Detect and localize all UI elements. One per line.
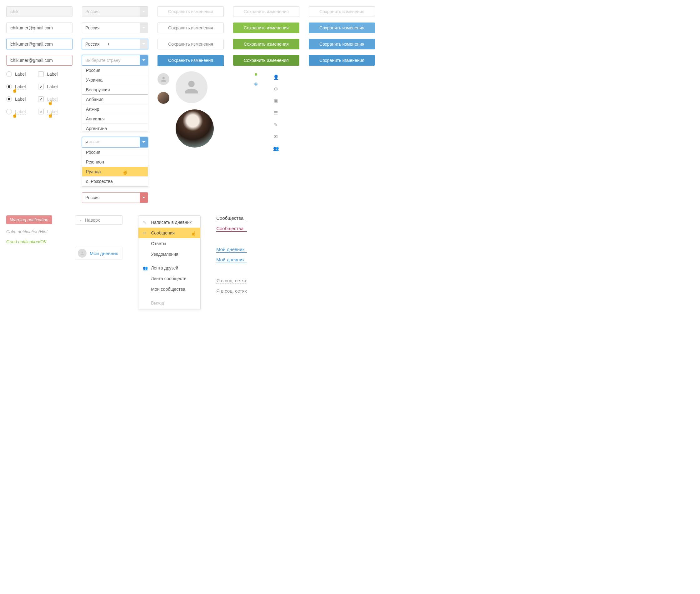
avatar-large-photo	[176, 109, 214, 147]
dropdown-menu[interactable]: ✎Написать в дневник ✉Сообщения Ответы Ув…	[138, 216, 201, 310]
chevron-up-icon: ︿	[79, 218, 82, 223]
cursor-icon	[47, 112, 54, 118]
text-input[interactable]	[6, 23, 72, 33]
cursor-icon	[47, 100, 54, 106]
select-hint: оссия	[89, 139, 100, 144]
save-button-blue[interactable]: Сохранить изменения	[309, 23, 375, 33]
select-option[interactable]: Украина	[82, 75, 148, 85]
select-open[interactable]	[82, 55, 148, 66]
users-icon[interactable]: 👥	[273, 146, 278, 151]
avatar-small-photo	[158, 92, 169, 104]
select-option[interactable]: Россия	[82, 66, 148, 75]
avatar-small	[158, 73, 169, 85]
scroll-top-button[interactable]: ︿ Наверх	[75, 216, 123, 225]
save-button-blue-active[interactable]: Сохранить изменения	[309, 55, 375, 66]
select-dropdown[interactable]: Россия Украина Белоруссия Албания Алжир …	[82, 66, 148, 131]
select-option-hover[interactable]: Руанда	[82, 167, 148, 177]
select-filtered[interactable]: оссия	[82, 137, 148, 147]
radio-unchecked[interactable]: Label	[6, 71, 26, 77]
good-notification: Good notification/OK	[6, 239, 59, 244]
mail-icon[interactable]: ✉	[273, 134, 278, 139]
calm-notification: Calm notification/Hint	[6, 229, 59, 234]
badge-icon[interactable]: ▣	[273, 98, 278, 104]
select-option[interactable]: Реюнион	[82, 157, 148, 167]
link-communities[interactable]: Сообщества	[216, 216, 247, 221]
cursor-icon	[122, 169, 128, 175]
select-option[interactable]: Аргентина	[82, 124, 148, 131]
save-button-disabled: Сохранить изменения	[309, 6, 375, 17]
status-online-icon	[255, 73, 257, 76]
checkbox-x-disabled: Label	[38, 109, 58, 114]
users-icon: 👥	[143, 266, 148, 270]
mail-icon: ✉	[143, 231, 146, 235]
select-dropdown[interactable]: Россия Реюнион Руанда о. Рождества	[82, 147, 148, 187]
radio-checked[interactable]: Label	[6, 96, 26, 102]
select-editing[interactable]: I	[82, 39, 148, 50]
save-button[interactable]: Сохранить изменения	[158, 23, 224, 33]
link-social[interactable]: Я в соц. сетях	[216, 288, 247, 294]
menu-item-notifications[interactable]: Уведомления	[138, 249, 200, 260]
chevron-down-icon[interactable]	[140, 137, 148, 147]
warning-notification: Warning notification	[6, 216, 52, 224]
radio-disabled: Label	[6, 109, 26, 114]
save-button[interactable]: Сохранить изменения	[158, 39, 224, 50]
text-input-focused[interactable]	[6, 39, 72, 50]
save-button-green[interactable]: Сохранить изменения	[233, 23, 300, 33]
menu-item-answers[interactable]: Ответы	[138, 238, 200, 249]
chevron-down-icon[interactable]	[140, 23, 148, 33]
chevron-down-icon[interactable]	[140, 55, 148, 65]
chevron-down-icon[interactable]	[140, 39, 148, 49]
status-away-icon	[254, 82, 257, 86]
link-social[interactable]: Я в соц. сетях	[216, 278, 247, 284]
list-icon[interactable]: ☰	[273, 110, 278, 116]
user-icon[interactable]: 👤	[273, 74, 278, 80]
save-button-green-hover[interactable]: Сохранить изменения	[233, 39, 300, 50]
my-diary-button[interactable]: Мой дневник	[75, 247, 123, 260]
text-input-error[interactable]	[6, 55, 72, 66]
menu-item-friends[interactable]: 👥Лента друзей	[138, 263, 200, 273]
select-option[interactable]: о. Рождества	[82, 177, 148, 186]
menu-item-messages[interactable]: ✉Сообщения	[138, 228, 200, 238]
chevron-down-icon[interactable]	[140, 193, 148, 203]
save-button-blue-hover[interactable]: Сохранить изменения	[309, 39, 375, 50]
link-diary[interactable]: Мой дневник	[216, 247, 247, 253]
avatar-large	[176, 71, 208, 103]
user-icon	[160, 76, 167, 83]
menu-item-communities[interactable]: Лента сообществ	[138, 273, 200, 284]
select-option[interactable]: Белоруссия	[82, 85, 148, 95]
select-error[interactable]	[82, 192, 148, 203]
select-option[interactable]: Ангуилья	[82, 114, 148, 124]
save-button-green-active[interactable]: Сохранить изменения	[233, 55, 300, 66]
cursor-icon	[12, 112, 18, 118]
pencil-icon[interactable]: ✎	[273, 122, 278, 128]
cursor-icon	[190, 231, 197, 236]
select-option[interactable]: Албания	[82, 94, 148, 104]
user-icon	[182, 77, 201, 97]
text-input-disabled	[6, 6, 72, 17]
select-option[interactable]: Россия	[82, 147, 148, 157]
chevron-down-icon	[140, 6, 148, 16]
select[interactable]	[82, 23, 148, 33]
checkbox-checked-disabled: Label	[38, 96, 58, 102]
select-option[interactable]: Алжир	[82, 104, 148, 114]
avatar-icon	[78, 249, 86, 258]
save-button-disabled: Сохранить изменения	[233, 6, 300, 17]
menu-item-my-communities[interactable]: Мои сообщества	[138, 284, 200, 295]
checkbox-unchecked[interactable]: Label	[38, 71, 58, 77]
save-button-active[interactable]: Сохранить изменения	[158, 55, 224, 66]
link-diary[interactable]: Мой дневник	[216, 257, 247, 263]
cursor-icon	[12, 88, 18, 93]
save-button-disabled: Сохранить изменения	[158, 6, 224, 17]
gear-icon[interactable]: ⚙	[273, 86, 278, 92]
checkbox-checked[interactable]: Label	[38, 84, 58, 90]
link-communities-hover[interactable]: Сообщества	[216, 226, 247, 232]
menu-item-exit[interactable]: Выход	[138, 298, 200, 308]
pencil-icon: ✎	[143, 220, 146, 225]
menu-item-write[interactable]: ✎Написать в дневник	[138, 217, 200, 228]
radio-checked-hover[interactable]: Label	[6, 84, 26, 90]
select-disabled	[82, 6, 148, 17]
